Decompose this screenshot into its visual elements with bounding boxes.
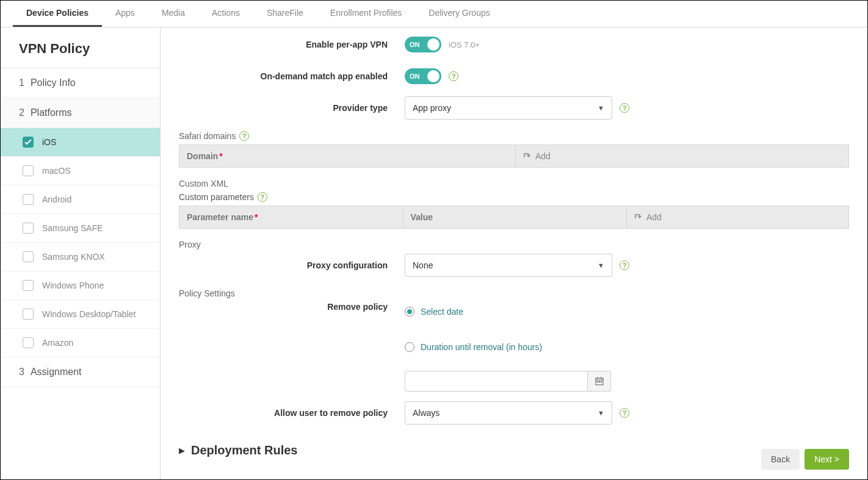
platform-windows-desktop[interactable]: Windows Desktop/Tablet <box>1 300 160 329</box>
add-param[interactable]: Add <box>627 206 848 228</box>
sub-custom-params: Custom parameters ? <box>179 192 849 202</box>
calendar-button[interactable] <box>588 371 611 392</box>
help-icon[interactable]: ? <box>449 71 458 81</box>
chevron-down-icon: ▼ <box>598 409 604 417</box>
checkbox-icon[interactable] <box>23 280 34 291</box>
add-icon <box>523 152 532 160</box>
step-assignment[interactable]: 3Assignment <box>1 357 160 387</box>
platforms-list: iOS macOS Android Samsung SAFE Samsung K… <box>1 128 160 357</box>
chevron-down-icon: ▼ <box>598 262 604 269</box>
calendar-icon <box>595 376 604 386</box>
label-per-app-vpn: Enable per-app VPN <box>179 40 405 49</box>
checkbox-icon[interactable] <box>23 309 34 320</box>
help-icon[interactable]: ? <box>239 131 249 141</box>
checkbox-icon[interactable] <box>23 194 34 205</box>
col-domain: Domain* <box>179 145 516 167</box>
date-input[interactable] <box>405 371 588 392</box>
svg-rect-5 <box>599 381 600 382</box>
toggle-on-demand[interactable]: ON <box>405 68 441 84</box>
platform-label: macOS <box>42 166 71 176</box>
col-param-name: Parameter name* <box>179 206 403 228</box>
platform-windows-phone[interactable]: Windows Phone <box>1 271 160 300</box>
next-button[interactable]: Next > <box>805 449 849 470</box>
toggle-per-app-vpn[interactable]: ON <box>405 37 441 52</box>
main-panel: Enable per-app VPN ON iOS 7.0+ On-demand… <box>161 27 867 479</box>
section-policy-settings: Policy Settings <box>179 288 849 298</box>
platform-android[interactable]: Android <box>1 185 160 214</box>
section-proxy: Proxy <box>179 240 849 249</box>
step-policy-info[interactable]: 1Policy Info <box>1 68 160 98</box>
tab-device-policies[interactable]: Device Policies <box>13 1 102 27</box>
platform-label: iOS <box>42 137 56 147</box>
label-remove-policy: Remove policy <box>179 302 405 312</box>
toggle-knob <box>427 70 439 82</box>
label-proxy-config: Proxy configuration <box>179 260 405 270</box>
deployment-rules[interactable]: ▶ Deployment Rules <box>179 443 849 457</box>
checkbox-icon[interactable] <box>23 337 34 348</box>
step-platforms[interactable]: 2Platforms <box>1 98 160 128</box>
platform-label: Windows Phone <box>42 281 104 290</box>
checkbox-icon[interactable] <box>23 137 34 148</box>
platform-ios[interactable]: iOS <box>1 128 160 157</box>
select-provider-type[interactable]: App proxy ▼ <box>405 96 612 120</box>
platform-label: Samsung SAFE <box>42 223 103 233</box>
platform-samsung-knox[interactable]: Samsung KNOX <box>1 243 160 271</box>
platform-label: Amazon <box>42 338 73 348</box>
tab-actions[interactable]: Actions <box>198 1 253 27</box>
sidebar-title: VPN Policy <box>1 27 160 68</box>
checkbox-icon[interactable] <box>23 223 34 234</box>
radio-label-duration: Duration until removal (in hours) <box>421 342 542 352</box>
platform-amazon[interactable]: Amazon <box>1 329 160 357</box>
back-button[interactable]: Back <box>761 449 800 470</box>
checkbox-icon[interactable] <box>23 251 34 262</box>
platform-label: Samsung KNOX <box>42 252 105 262</box>
svg-rect-4 <box>597 381 598 382</box>
footer-buttons: Back Next > <box>761 449 849 470</box>
select-proxy-config[interactable]: None ▼ <box>405 254 612 277</box>
help-icon[interactable]: ? <box>620 408 629 418</box>
hint-ios7: iOS 7.0+ <box>449 40 480 49</box>
toggle-knob <box>427 38 439 51</box>
platform-label: Windows Desktop/Tablet <box>42 309 136 319</box>
radio-select-date[interactable] <box>405 307 414 317</box>
tab-enrollment[interactable]: Enrollment Profiles <box>317 1 416 27</box>
chevron-down-icon: ▼ <box>598 104 604 112</box>
svg-rect-6 <box>601 381 602 382</box>
radio-duration[interactable] <box>405 342 414 352</box>
platform-samsung-safe[interactable]: Samsung SAFE <box>1 214 160 243</box>
add-domain[interactable]: Add <box>516 145 848 167</box>
col-value: Value <box>403 206 627 228</box>
table-safari-domains: Domain* Add <box>179 145 849 168</box>
section-custom-xml: Custom XML <box>179 179 849 188</box>
caret-right-icon: ▶ <box>179 446 185 455</box>
tab-sharefile[interactable]: ShareFile <box>253 1 317 27</box>
tab-media[interactable]: Media <box>148 1 198 27</box>
help-icon[interactable]: ? <box>620 260 629 270</box>
date-picker <box>405 371 611 392</box>
help-icon[interactable]: ? <box>620 103 629 113</box>
tab-apps[interactable]: Apps <box>102 1 148 27</box>
label-allow-remove: Allow user to remove policy <box>179 408 405 418</box>
label-provider-type: Provider type <box>179 103 405 113</box>
sidebar: VPN Policy 1Policy Info 2Platforms iOS m… <box>1 27 161 479</box>
add-icon <box>634 213 643 221</box>
section-safari-domains: Safari domains ? <box>179 131 849 141</box>
label-on-demand: On-demand match app enabled <box>179 71 405 81</box>
select-allow-remove[interactable]: Always ▼ <box>405 401 612 424</box>
checkbox-icon[interactable] <box>23 165 34 176</box>
help-icon[interactable]: ? <box>258 192 267 202</box>
platform-label: Android <box>42 195 71 204</box>
radio-label-select-date: Select date <box>421 307 463 317</box>
top-tabs: Device Policies Apps Media Actions Share… <box>1 1 867 27</box>
table-custom-params: Parameter name* Value Add <box>179 206 849 229</box>
tab-delivery[interactable]: Delivery Groups <box>415 1 503 27</box>
platform-macos[interactable]: macOS <box>1 157 160 185</box>
